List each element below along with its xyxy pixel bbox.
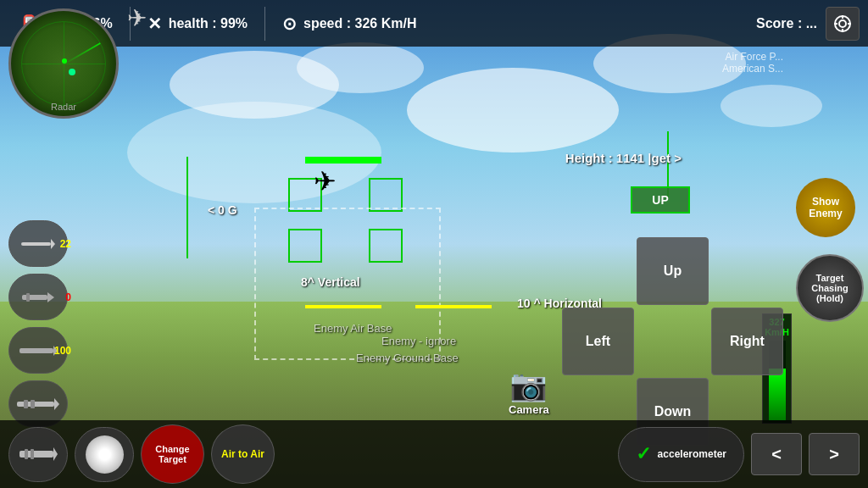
svg-rect-16 [31,400,35,408]
svg-rect-20 [31,449,34,459]
dpad-left-button[interactable]: Left [562,308,634,375]
score-value: Score : ... [756,16,817,31]
altitude-up-button[interactable]: UP [631,186,690,214]
speed-value: speed : 326 Km/H [303,16,416,31]
svg-marker-14 [54,398,59,410]
weapon-2-btn[interactable]: 0 [8,274,68,320]
svg-rect-11 [19,348,53,353]
target-chasing-label: Target Chasing (Hold) [798,273,862,303]
show-enemy-button[interactable]: Show Enemy [796,178,855,237]
flash-button[interactable] [75,427,134,482]
radar-screen: Radar [8,8,119,119]
svg-marker-7 [51,239,55,249]
svg-rect-6 [21,242,51,246]
dpad-controls: Up Left Right Down [562,237,783,446]
dpad-empty-center [637,308,709,375]
target-chasing-button[interactable]: Target Chasing (Hold) [796,254,864,322]
dpad: Up Left Right Down [562,237,783,446]
svg-point-1 [839,20,846,27]
dpad-up-button[interactable]: Up [637,237,709,305]
radar-blip [62,58,67,64]
radar-display: Radar [8,8,119,119]
weapon-3-ammo: 100 [54,345,71,357]
weapon-2-ammo: 0 [65,291,71,303]
check-icon: ✓ [636,443,651,465]
svg-rect-15 [24,400,28,408]
dpad-empty-tl [562,237,634,305]
info-line1: Air Force P... [722,51,783,63]
camera-icon: 📷 [509,368,548,403]
radar-label: Radar [51,102,76,112]
svg-marker-9 [47,292,54,302]
weapon-1-ammo: 22 [60,238,71,250]
weapon-3-btn[interactable]: 100 [8,327,68,374]
player-plane-icon: ✈ [127,4,147,32]
score-area: Score : ... [756,7,860,41]
svg-rect-10 [26,293,30,302]
svg-rect-13 [17,402,54,407]
accelerometer-button[interactable]: ✓ accelerometer [618,427,744,482]
height-display: Height : 1141 |get > [565,151,682,165]
nav-left-button[interactable]: < [751,433,802,475]
info-line2: American S... [722,63,783,75]
health-value: health : 99% [169,16,248,31]
dpad-empty-tr [711,237,783,305]
target-icon-button[interactable] [826,7,860,41]
weapon-select-btn[interactable] [8,427,68,482]
speed-display: ⊙ speed : 326 Km/H [282,14,416,34]
health-icon: ✕ [147,14,162,34]
speedometer-icon: ⊙ [282,14,297,34]
weapon-panel: 22 0 100 [8,220,68,427]
weapon-1-btn[interactable]: 22 [8,220,68,267]
change-target-label: Change Target [142,444,203,464]
bottom-bar: Change Target Air to Air ✓ accelerometer… [0,420,868,488]
dpad-right-button[interactable]: Right [711,308,783,375]
camera-button[interactable]: 📷 Camera [509,368,549,416]
health-display: ✕ health : 99% [147,14,248,34]
camera-label: Camera [509,403,549,416]
game-info-text: Air Force P... American S... [722,51,783,75]
change-target-button[interactable]: Change Target [141,424,204,484]
show-enemy-label: Show Enemy [796,196,855,219]
nav-right-button[interactable]: > [809,433,860,475]
svg-marker-18 [53,447,58,461]
svg-rect-8 [22,295,47,300]
hud-divider-2 [264,7,265,41]
accelerometer-label: accelerometer [658,448,726,460]
svg-rect-19 [25,449,28,459]
air-to-air-label: Air to Air [221,448,264,460]
air-to-air-button[interactable]: Air to Air [211,424,275,484]
